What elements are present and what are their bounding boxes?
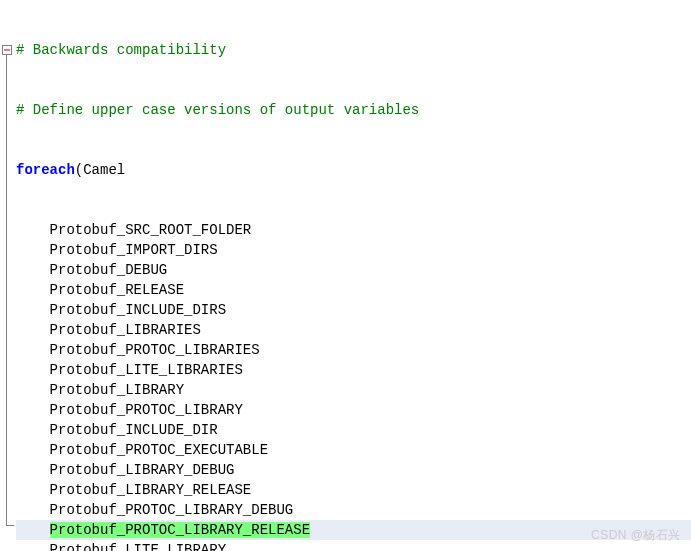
identifier: Protobuf_LITE_LIBRARY	[50, 542, 226, 551]
code-line: Protobuf_IMPORT_DIRS	[16, 240, 691, 260]
code-line: Protobuf_RELEASE	[16, 280, 691, 300]
code-line: Protobuf_INCLUDE_DIRS	[16, 300, 691, 320]
identifier: Protobuf_PROTOC_LIBRARY	[50, 402, 243, 418]
selected-text: Protobuf_PROTOC_LIBRARY_RELEASE	[50, 522, 310, 538]
code-line: Protobuf_SRC_ROOT_FOLDER	[16, 220, 691, 240]
identifier: Protobuf_IMPORT_DIRS	[50, 242, 218, 258]
code-area[interactable]: # Backwards compatibility # Define upper…	[14, 0, 691, 551]
fold-end-line	[6, 525, 14, 526]
code-line: Protobuf_LIBRARY	[16, 380, 691, 400]
identifier: Protobuf_LITE_LIBRARIES	[50, 362, 243, 378]
code-line-highlighted: Protobuf_PROTOC_LIBRARY_RELEASE	[16, 520, 691, 540]
comment-text: # Backwards compatibility	[16, 42, 226, 58]
fold-guide-line	[6, 55, 7, 525]
code-line: foreach(Camel	[16, 160, 691, 180]
identifier: Protobuf_PROTOC_LIBRARIES	[50, 342, 260, 358]
identifier: Protobuf_LIBRARY_RELEASE	[50, 482, 252, 498]
identifier: Protobuf_PROTOC_EXECUTABLE	[50, 442, 268, 458]
code-line: Protobuf_INCLUDE_DIR	[16, 420, 691, 440]
keyword: foreach	[16, 162, 75, 178]
watermark: CSDN @杨石兴	[591, 525, 681, 545]
comment-text: # Define upper case versions of output v…	[16, 102, 419, 118]
identifier: Protobuf_INCLUDE_DIRS	[50, 302, 226, 318]
code-line: # Backwards compatibility	[16, 40, 691, 60]
code-line: Protobuf_PROTOC_LIBRARY_DEBUG	[16, 500, 691, 520]
code-line: Protobuf_LIBRARY_DEBUG	[16, 460, 691, 480]
identifier: Protobuf_SRC_ROOT_FOLDER	[50, 222, 252, 238]
code-line: Protobuf_DEBUG	[16, 260, 691, 280]
code-editor[interactable]: # Backwards compatibility # Define upper…	[0, 0, 691, 551]
code-line: Protobuf_PROTOC_LIBRARY	[16, 400, 691, 420]
fold-gutter	[0, 0, 14, 551]
identifier: Protobuf_LIBRARY	[50, 382, 184, 398]
code-line: Protobuf_LIBRARY_RELEASE	[16, 480, 691, 500]
code-line: Protobuf_LIBRARIES	[16, 320, 691, 340]
identifier: Protobuf_PROTOC_LIBRARY_DEBUG	[50, 502, 294, 518]
identifier: Protobuf_RELEASE	[50, 282, 184, 298]
code-line: Protobuf_PROTOC_LIBRARIES	[16, 340, 691, 360]
code-line: Protobuf_PROTOC_EXECUTABLE	[16, 440, 691, 460]
code-text: (Camel	[75, 162, 125, 178]
identifier: Protobuf_DEBUG	[50, 262, 168, 278]
fold-toggle-icon[interactable]	[2, 45, 12, 55]
code-line: # Define upper case versions of output v…	[16, 100, 691, 120]
code-line: Protobuf_LITE_LIBRARY	[16, 540, 691, 551]
identifier: Protobuf_LIBRARIES	[50, 322, 201, 338]
code-line: Protobuf_LITE_LIBRARIES	[16, 360, 691, 380]
identifier: Protobuf_LIBRARY_DEBUG	[50, 462, 235, 478]
identifier: Protobuf_INCLUDE_DIR	[50, 422, 218, 438]
